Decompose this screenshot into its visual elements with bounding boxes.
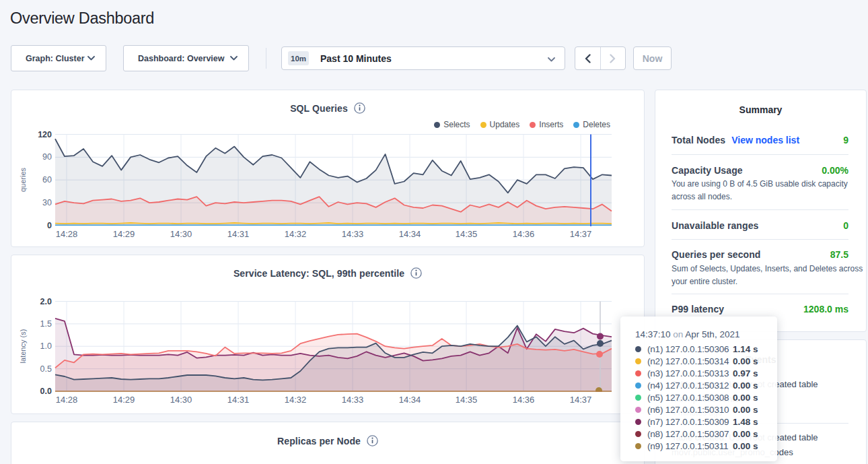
svg-text:latency (s): latency (s) <box>19 329 27 364</box>
svg-text:14:33: 14:33 <box>342 229 364 239</box>
svg-text:queries: queries <box>19 167 27 192</box>
svg-text:14:35: 14:35 <box>456 395 478 405</box>
svg-text:14:36: 14:36 <box>513 229 535 239</box>
svg-text:14:34: 14:34 <box>399 395 421 405</box>
svg-text:14:31: 14:31 <box>227 395 250 405</box>
svg-text:14:36: 14:36 <box>513 395 535 405</box>
svg-text:60: 60 <box>42 175 52 185</box>
svg-text:0.0: 0.0 <box>40 387 52 396</box>
svg-text:14:28: 14:28 <box>56 395 78 405</box>
svg-text:120: 120 <box>38 130 52 139</box>
svg-text:1.5: 1.5 <box>40 319 52 329</box>
svg-text:14:32: 14:32 <box>285 229 307 239</box>
svg-text:14:37: 14:37 <box>570 229 592 239</box>
svg-text:1.0: 1.0 <box>40 341 52 351</box>
svg-text:14:33: 14:33 <box>342 395 364 405</box>
svg-text:2.0: 2.0 <box>40 297 52 306</box>
svg-text:14:28: 14:28 <box>56 229 78 239</box>
svg-text:14:34: 14:34 <box>399 229 421 239</box>
svg-text:90: 90 <box>42 152 52 162</box>
svg-text:0.5: 0.5 <box>40 364 52 374</box>
svg-text:14:31: 14:31 <box>227 229 250 239</box>
svg-text:30: 30 <box>42 198 52 207</box>
svg-text:14:30: 14:30 <box>170 229 192 239</box>
svg-text:14:32: 14:32 <box>285 395 307 405</box>
svg-text:14:37: 14:37 <box>570 395 592 405</box>
svg-text:0: 0 <box>47 221 52 230</box>
svg-text:14:29: 14:29 <box>113 229 135 239</box>
svg-text:14:35: 14:35 <box>456 229 478 239</box>
svg-text:14:29: 14:29 <box>113 395 135 405</box>
svg-text:14:30: 14:30 <box>170 395 192 405</box>
